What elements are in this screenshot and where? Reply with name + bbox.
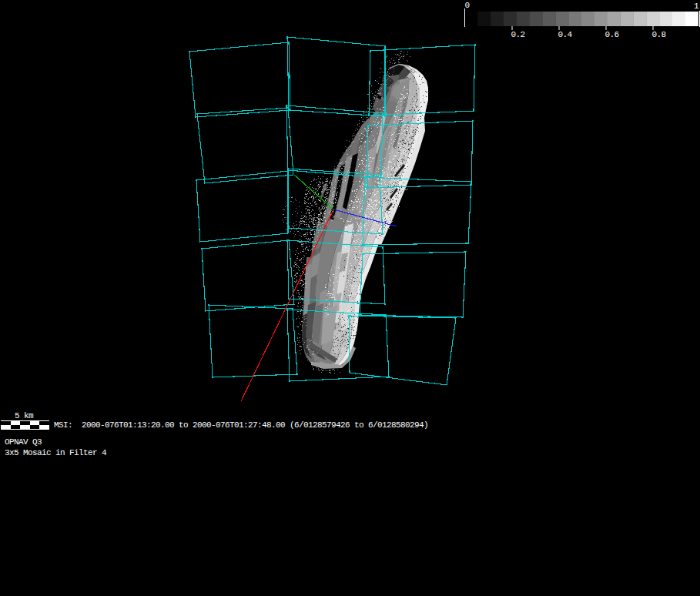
svg-text:1: 1 (694, 2, 699, 11)
svg-text:3x5 Mosaic in Filter 4: 3x5 Mosaic in Filter 4 (5, 448, 107, 457)
svg-text:0.4: 0.4 (558, 30, 573, 39)
svg-text:MSI: 2000-076T01:13:20.00 to: MSI: 2000-076T01:13:20.00 to 2000-076T01… (54, 420, 428, 430)
svg-text:0.6: 0.6 (605, 30, 619, 39)
svg-text:OPNAV Q3: OPNAV Q3 (5, 437, 42, 447)
svg-text:0.8: 0.8 (652, 30, 666, 39)
svg-text:5 km: 5 km (15, 411, 34, 420)
svg-text:0: 0 (465, 1, 470, 10)
svg-text:0.2: 0.2 (511, 30, 525, 39)
